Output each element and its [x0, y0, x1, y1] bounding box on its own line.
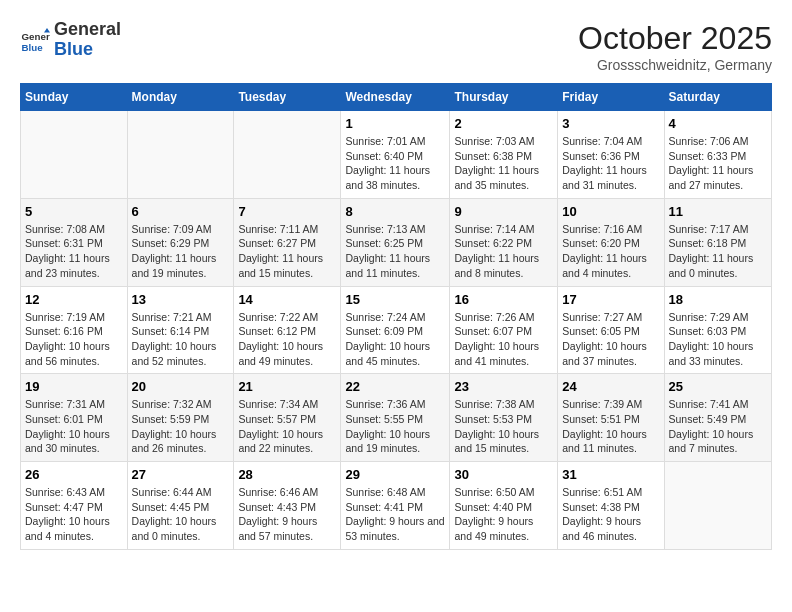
day-info: Sunrise: 6:48 AMSunset: 4:41 PMDaylight:… — [345, 485, 445, 544]
day-info: Sunrise: 6:51 AMSunset: 4:38 PMDaylight:… — [562, 485, 659, 544]
day-number: 7 — [238, 204, 336, 219]
header-cell-sunday: Sunday — [21, 84, 128, 111]
day-info: Sunrise: 7:24 AMSunset: 6:09 PMDaylight:… — [345, 310, 445, 369]
day-info: Sunrise: 7:03 AMSunset: 6:38 PMDaylight:… — [454, 134, 553, 193]
day-cell: 3Sunrise: 7:04 AMSunset: 6:36 PMDaylight… — [558, 111, 664, 199]
day-cell — [21, 111, 128, 199]
day-number: 15 — [345, 292, 445, 307]
day-info: Sunrise: 7:04 AMSunset: 6:36 PMDaylight:… — [562, 134, 659, 193]
day-number: 4 — [669, 116, 767, 131]
day-cell: 7Sunrise: 7:11 AMSunset: 6:27 PMDaylight… — [234, 198, 341, 286]
day-info: Sunrise: 7:19 AMSunset: 6:16 PMDaylight:… — [25, 310, 123, 369]
day-cell: 16Sunrise: 7:26 AMSunset: 6:07 PMDayligh… — [450, 286, 558, 374]
day-cell: 13Sunrise: 7:21 AMSunset: 6:14 PMDayligh… — [127, 286, 234, 374]
day-number: 12 — [25, 292, 123, 307]
logo-text: General Blue — [54, 20, 121, 60]
day-info: Sunrise: 7:32 AMSunset: 5:59 PMDaylight:… — [132, 397, 230, 456]
day-number: 11 — [669, 204, 767, 219]
day-number: 28 — [238, 467, 336, 482]
day-number: 23 — [454, 379, 553, 394]
day-info: Sunrise: 7:27 AMSunset: 6:05 PMDaylight:… — [562, 310, 659, 369]
week-row-2: 5Sunrise: 7:08 AMSunset: 6:31 PMDaylight… — [21, 198, 772, 286]
day-info: Sunrise: 7:11 AMSunset: 6:27 PMDaylight:… — [238, 222, 336, 281]
day-info: Sunrise: 7:06 AMSunset: 6:33 PMDaylight:… — [669, 134, 767, 193]
day-info: Sunrise: 7:08 AMSunset: 6:31 PMDaylight:… — [25, 222, 123, 281]
day-number: 9 — [454, 204, 553, 219]
day-cell: 1Sunrise: 7:01 AMSunset: 6:40 PMDaylight… — [341, 111, 450, 199]
day-number: 20 — [132, 379, 230, 394]
day-cell: 21Sunrise: 7:34 AMSunset: 5:57 PMDayligh… — [234, 374, 341, 462]
day-number: 19 — [25, 379, 123, 394]
day-number: 10 — [562, 204, 659, 219]
day-cell: 15Sunrise: 7:24 AMSunset: 6:09 PMDayligh… — [341, 286, 450, 374]
day-info: Sunrise: 7:39 AMSunset: 5:51 PMDaylight:… — [562, 397, 659, 456]
week-row-4: 19Sunrise: 7:31 AMSunset: 6:01 PMDayligh… — [21, 374, 772, 462]
day-number: 26 — [25, 467, 123, 482]
day-number: 5 — [25, 204, 123, 219]
day-info: Sunrise: 7:21 AMSunset: 6:14 PMDaylight:… — [132, 310, 230, 369]
day-cell: 19Sunrise: 7:31 AMSunset: 6:01 PMDayligh… — [21, 374, 128, 462]
day-info: Sunrise: 7:14 AMSunset: 6:22 PMDaylight:… — [454, 222, 553, 281]
day-cell — [127, 111, 234, 199]
day-number: 6 — [132, 204, 230, 219]
day-info: Sunrise: 7:26 AMSunset: 6:07 PMDaylight:… — [454, 310, 553, 369]
day-cell: 25Sunrise: 7:41 AMSunset: 5:49 PMDayligh… — [664, 374, 771, 462]
day-cell: 18Sunrise: 7:29 AMSunset: 6:03 PMDayligh… — [664, 286, 771, 374]
header-row: SundayMondayTuesdayWednesdayThursdayFrid… — [21, 84, 772, 111]
location: Grossschweidnitz, Germany — [578, 57, 772, 73]
day-number: 22 — [345, 379, 445, 394]
svg-text:Blue: Blue — [22, 41, 44, 52]
header-cell-saturday: Saturday — [664, 84, 771, 111]
day-info: Sunrise: 7:22 AMSunset: 6:12 PMDaylight:… — [238, 310, 336, 369]
week-row-5: 26Sunrise: 6:43 AMSunset: 4:47 PMDayligh… — [21, 462, 772, 550]
day-cell: 12Sunrise: 7:19 AMSunset: 6:16 PMDayligh… — [21, 286, 128, 374]
day-number: 17 — [562, 292, 659, 307]
day-number: 27 — [132, 467, 230, 482]
day-info: Sunrise: 6:43 AMSunset: 4:47 PMDaylight:… — [25, 485, 123, 544]
day-cell: 5Sunrise: 7:08 AMSunset: 6:31 PMDaylight… — [21, 198, 128, 286]
day-info: Sunrise: 7:16 AMSunset: 6:20 PMDaylight:… — [562, 222, 659, 281]
page-header: General Blue General Blue October 2025 G… — [20, 20, 772, 73]
logo-icon: General Blue — [20, 25, 50, 55]
day-number: 25 — [669, 379, 767, 394]
day-number: 21 — [238, 379, 336, 394]
day-cell: 28Sunrise: 6:46 AMSunset: 4:43 PMDayligh… — [234, 462, 341, 550]
day-info: Sunrise: 7:41 AMSunset: 5:49 PMDaylight:… — [669, 397, 767, 456]
day-info: Sunrise: 7:13 AMSunset: 6:25 PMDaylight:… — [345, 222, 445, 281]
day-number: 13 — [132, 292, 230, 307]
day-number: 30 — [454, 467, 553, 482]
day-info: Sunrise: 7:01 AMSunset: 6:40 PMDaylight:… — [345, 134, 445, 193]
day-info: Sunrise: 6:44 AMSunset: 4:45 PMDaylight:… — [132, 485, 230, 544]
day-info: Sunrise: 7:29 AMSunset: 6:03 PMDaylight:… — [669, 310, 767, 369]
day-number: 24 — [562, 379, 659, 394]
day-number: 1 — [345, 116, 445, 131]
header-cell-tuesday: Tuesday — [234, 84, 341, 111]
logo: General Blue General Blue — [20, 20, 121, 60]
day-cell: 17Sunrise: 7:27 AMSunset: 6:05 PMDayligh… — [558, 286, 664, 374]
day-cell: 2Sunrise: 7:03 AMSunset: 6:38 PMDaylight… — [450, 111, 558, 199]
day-cell: 27Sunrise: 6:44 AMSunset: 4:45 PMDayligh… — [127, 462, 234, 550]
day-cell — [234, 111, 341, 199]
svg-marker-2 — [44, 28, 50, 33]
day-number: 3 — [562, 116, 659, 131]
week-row-3: 12Sunrise: 7:19 AMSunset: 6:16 PMDayligh… — [21, 286, 772, 374]
day-info: Sunrise: 6:50 AMSunset: 4:40 PMDaylight:… — [454, 485, 553, 544]
day-info: Sunrise: 7:36 AMSunset: 5:55 PMDaylight:… — [345, 397, 445, 456]
day-cell: 14Sunrise: 7:22 AMSunset: 6:12 PMDayligh… — [234, 286, 341, 374]
header-cell-monday: Monday — [127, 84, 234, 111]
day-cell: 26Sunrise: 6:43 AMSunset: 4:47 PMDayligh… — [21, 462, 128, 550]
day-cell: 9Sunrise: 7:14 AMSunset: 6:22 PMDaylight… — [450, 198, 558, 286]
day-number: 8 — [345, 204, 445, 219]
day-number: 14 — [238, 292, 336, 307]
day-info: Sunrise: 7:17 AMSunset: 6:18 PMDaylight:… — [669, 222, 767, 281]
calendar-table: SundayMondayTuesdayWednesdayThursdayFrid… — [20, 83, 772, 550]
day-cell: 22Sunrise: 7:36 AMSunset: 5:55 PMDayligh… — [341, 374, 450, 462]
day-number: 31 — [562, 467, 659, 482]
day-cell: 31Sunrise: 6:51 AMSunset: 4:38 PMDayligh… — [558, 462, 664, 550]
day-cell: 4Sunrise: 7:06 AMSunset: 6:33 PMDaylight… — [664, 111, 771, 199]
week-row-1: 1Sunrise: 7:01 AMSunset: 6:40 PMDaylight… — [21, 111, 772, 199]
day-number: 18 — [669, 292, 767, 307]
day-cell: 11Sunrise: 7:17 AMSunset: 6:18 PMDayligh… — [664, 198, 771, 286]
day-cell: 23Sunrise: 7:38 AMSunset: 5:53 PMDayligh… — [450, 374, 558, 462]
month-title: October 2025 — [578, 20, 772, 57]
